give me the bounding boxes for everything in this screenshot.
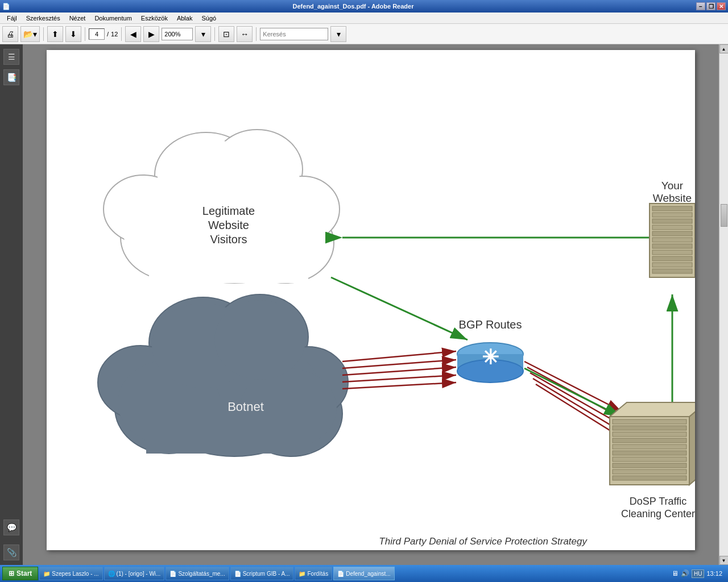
page-info: / 12: [89, 28, 118, 40]
main-area: ☰ 📑 💬 📎: [0, 44, 728, 565]
svg-rect-60: [652, 269, 692, 273]
scroll-track: [720, 53, 728, 556]
menu-item-szerkesztés[interactable]: Szerkesztés: [22, 14, 65, 23]
svg-text:Botnet: Botnet: [228, 400, 264, 414]
menu-item-fájl[interactable]: Fájl: [2, 14, 22, 23]
svg-rect-57: [652, 250, 692, 255]
svg-rect-53: [652, 225, 692, 230]
prev-page-button[interactable]: ⬆: [47, 26, 63, 42]
page-number-input[interactable]: [89, 28, 105, 40]
taskbar-icon-4: 📁: [299, 571, 305, 577]
close-button[interactable]: ✕: [717, 2, 726, 10]
page-separator: /: [107, 31, 109, 38]
search-dropdown-button[interactable]: ▾: [330, 26, 346, 42]
open-button[interactable]: 📂▾: [20, 26, 40, 42]
taskbar-item-5[interactable]: 📄 Defend_against...: [333, 567, 394, 580]
start-icon: ⊞: [9, 569, 14, 577]
taskbar-item-4[interactable]: 📁 Fordítás: [295, 567, 332, 580]
svg-rect-70: [613, 457, 686, 462]
taskbar: ⊞ Start 📁 Szepes Laszlo - ... 🌐 (1) - [o…: [0, 565, 728, 582]
menu-item-dokumentum[interactable]: Dokumentum: [90, 14, 136, 23]
search-input[interactable]: [260, 28, 328, 40]
separator: [43, 27, 44, 41]
restore-button[interactable]: ❐: [706, 2, 715, 10]
svg-marker-63: [610, 402, 695, 417]
svg-text:Website: Website: [653, 192, 692, 204]
window-title: Defend_against_Dos.pdf - Adobe Reader: [293, 3, 414, 10]
language-indicator[interactable]: HU: [692, 569, 704, 578]
minimize-button[interactable]: −: [696, 2, 705, 10]
taskbar-label-0: Szepes Laszlo - ...: [52, 571, 98, 577]
window-controls: − ❐ ✕: [696, 2, 726, 10]
svg-text:Cleaning Center: Cleaning Center: [621, 508, 695, 519]
menu-item-eszközök[interactable]: Eszközök: [136, 14, 172, 23]
taskbar-item-1[interactable]: 🌐 (1) - [origo] - Wi...: [104, 567, 165, 580]
taskbar-label-4: Fordítás: [307, 571, 328, 577]
svg-text:Third Party Denial of Service : Third Party Denial of Service Protection…: [379, 536, 588, 547]
taskbar-icon-1: 🌐: [108, 571, 115, 577]
fit-page-button[interactable]: ⊡: [218, 26, 234, 42]
zoom-input[interactable]: [162, 28, 193, 40]
systray-network-icon: 🖥: [672, 569, 679, 577]
scroll-thumb[interactable]: [721, 204, 727, 227]
app-icon: 📄: [2, 3, 10, 10]
svg-text:BGP Routes: BGP Routes: [459, 318, 522, 331]
start-label: Start: [16, 569, 32, 577]
taskbar-icon-2: 📄: [169, 571, 176, 577]
zoom-in-button[interactable]: ▶: [143, 26, 159, 42]
svg-rect-56: [652, 244, 692, 248]
menu-item-nézet[interactable]: Nézet: [65, 14, 90, 23]
zoom-out-button[interactable]: ◀: [125, 26, 141, 42]
svg-text:Legitimate: Legitimate: [202, 205, 255, 217]
pdf-area: ✳: [23, 44, 719, 565]
fit-width-button[interactable]: ↔: [237, 26, 253, 42]
svg-line-34: [342, 360, 456, 368]
taskbar-label-1: (1) - [origo] - Wi...: [117, 571, 161, 577]
svg-line-36: [342, 375, 456, 382]
sidebar-bookmark-icon[interactable]: 📑: [3, 69, 19, 85]
titlebar: 📄 Defend_against_Dos.pdf - Adobe Reader …: [0, 0, 728, 13]
sidebar-comment-icon[interactable]: 💬: [3, 519, 19, 535]
svg-line-44: [524, 368, 621, 417]
svg-point-12: [109, 178, 183, 240]
zoom-dropdown-button[interactable]: ▾: [195, 26, 211, 42]
taskbar-label-3: Scriptum GIB - A...: [243, 571, 290, 577]
svg-rect-58: [652, 256, 692, 261]
start-button[interactable]: ⊞ Start: [2, 567, 38, 580]
svg-line-35: [342, 367, 456, 375]
svg-text:Visitors: Visitors: [210, 233, 247, 246]
svg-rect-52: [652, 219, 692, 223]
svg-point-26: [214, 300, 305, 380]
sidebar-nav-icon[interactable]: ☰: [3, 49, 19, 65]
taskbar-icon-3: 📄: [234, 571, 241, 577]
taskbar-item-3[interactable]: 📄 Scriptum GIB - A...: [230, 567, 294, 580]
taskbar-item-0[interactable]: 📁 Szepes Laszlo - ...: [39, 567, 102, 580]
menu-item-ablak[interactable]: Ablak: [172, 14, 197, 23]
separator4: [214, 27, 215, 41]
taskbar-label-5: Defend_against...: [346, 571, 390, 577]
scroll-down-button[interactable]: ▼: [719, 556, 729, 565]
separator2: [85, 27, 85, 41]
next-page-button[interactable]: ⬇: [65, 26, 81, 42]
svg-rect-69: [613, 451, 686, 455]
svg-rect-50: [652, 206, 692, 211]
svg-rect-68: [613, 444, 686, 449]
svg-rect-59: [652, 263, 692, 267]
svg-line-32: [331, 277, 468, 340]
svg-rect-66: [613, 432, 686, 436]
svg-line-37: [342, 383, 456, 389]
svg-rect-73: [613, 476, 686, 480]
sidebar-attach-icon[interactable]: 📎: [3, 544, 19, 560]
scroll-up-button[interactable]: ▲: [719, 44, 729, 53]
menu-item-súgó[interactable]: Súgó: [197, 14, 221, 23]
menubar: FájlSzerkesztésNézetDokumentumEszközökAb…: [0, 13, 728, 24]
toolbar: 🖨 📂▾ ⬆ ⬇ / 12 ◀ ▶ ▾ ⊡ ↔ ▾: [0, 24, 728, 44]
print-button[interactable]: 🖨: [2, 26, 18, 42]
svg-point-13: [266, 179, 334, 239]
svg-rect-55: [652, 238, 692, 242]
separator3: [121, 27, 122, 41]
taskbar-item-2[interactable]: 📄 Szolgáltatás_me...: [166, 567, 229, 580]
svg-text:✳: ✳: [482, 346, 499, 369]
page-total: 12: [111, 31, 118, 38]
diagram-svg: ✳: [47, 50, 695, 550]
